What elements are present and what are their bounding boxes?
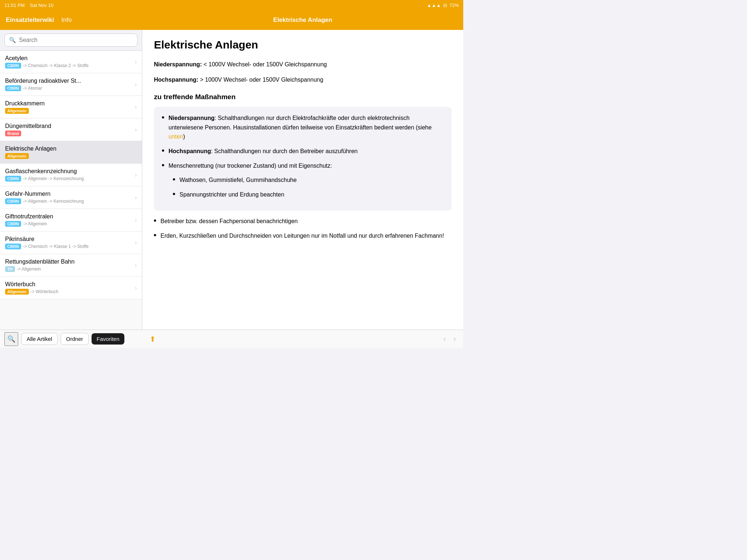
sidebar: 🔍 AcetylenCBRN-> Chemisch -> Klasse 2 ->… xyxy=(0,30,142,330)
battery-icon: ⊟ xyxy=(443,3,447,8)
status-bar: 11:01 PM Sat Nov 10 ▲▲▲ ⊟ 72% xyxy=(0,0,463,10)
sub-bullet-2: Spannungstrichter und Erdung beachten xyxy=(173,190,444,199)
hochspannung-def: Hochspannung: > 1000V Wechsel- oder 1500… xyxy=(154,75,452,85)
bullet-dot-5 xyxy=(154,234,156,236)
chevron-right-icon: › xyxy=(135,240,137,246)
list-item[interactable]: DüngemittelbrandBrand› xyxy=(0,118,142,141)
list-item-title: Pikrinsäure xyxy=(5,236,132,242)
list-item[interactable]: DruckkammernAllgemein› xyxy=(0,96,142,118)
tag-path: -> Allgemein xyxy=(17,267,41,272)
list-item-tags: Allgemein xyxy=(5,153,137,159)
list-item-title: Gefahr-Nummern xyxy=(5,191,132,197)
list-item-title: Düngemittelbrand xyxy=(5,123,132,129)
chevron-right-icon: › xyxy=(135,59,137,65)
tag-label: Allgemein xyxy=(5,108,29,114)
bullet-dot-3 xyxy=(162,164,164,166)
list-item[interactable]: AcetylenCBRN-> Chemisch -> Klasse 2 -> S… xyxy=(0,51,142,73)
tag-label: Allgemein xyxy=(5,289,29,295)
sub-bullet-2-text: Spannungstrichter und Erdung beachten xyxy=(179,190,284,199)
bottom-left: 🔍 Alle Artikel Ordner Favoriten xyxy=(0,332,142,346)
list-item[interactable]: Rettungsdatenblätter BahnTH-> Allgemein› xyxy=(0,254,142,277)
bottom-toolbar: 🔍 Alle Artikel Ordner Favoriten ⬆ ‹ › xyxy=(0,330,463,348)
tag-label: CBRN xyxy=(5,85,21,91)
search-input[interactable] xyxy=(19,37,133,43)
list-item-title: Beförderung radioaktiver St... xyxy=(5,78,132,84)
chevron-right-icon: › xyxy=(135,285,137,291)
list-item[interactable]: GiftnotrufzentralenCBRN-> Allgemein› xyxy=(0,209,142,232)
tag-label: CBRN xyxy=(5,221,21,227)
chevron-right-icon: › xyxy=(135,127,137,133)
list-item-tags: CBRN-> Chemisch -> Klasse 1 -> Stoffe xyxy=(5,244,132,249)
list-item-tags: Brand xyxy=(5,131,132,136)
list-item-tags: CBRN-> Allgemein xyxy=(5,221,132,227)
chevron-right-icon: › xyxy=(135,81,137,88)
list-item[interactable]: Elektrische AnlagenAllgemein xyxy=(0,141,142,164)
content-area: Elektrische Anlagen Niederspannung: < 10… xyxy=(142,30,463,330)
bullet-niederspannung: Niederspannung: Schalthandlungen nur dur… xyxy=(162,113,444,141)
bullet-menschenrettung-text: Menschenrettung (nur trockener Zustand) … xyxy=(169,161,332,171)
list-item[interactable]: GasflaschenkennzeichnungCBRN-> Allgemein… xyxy=(0,164,142,186)
list-item[interactable]: PikrinsäureCBRN-> Chemisch -> Klasse 1 -… xyxy=(0,232,142,254)
list-item-tags: CBRN-> Atomar xyxy=(5,85,132,91)
tag-path: -> Chemisch -> Klasse 2 -> Stoffe xyxy=(23,63,89,68)
bullet-erden-text: Erden, Kurzschließen und Durchschneiden … xyxy=(160,231,444,241)
sub-bullet-dot-2 xyxy=(173,193,175,195)
prev-arrow-button[interactable]: ‹ xyxy=(443,334,446,344)
bullet-niederspannung-text: Niederspannung: Schalthandlungen nur dur… xyxy=(169,113,444,141)
list-item-title: Giftnotrufzentralen xyxy=(5,213,132,220)
tag-path: -> Wörterbuch xyxy=(31,289,58,294)
app-title[interactable]: Einsatzleiterwiki xyxy=(6,16,54,24)
alle-artikel-button[interactable]: Alle Artikel xyxy=(21,333,58,345)
list-item[interactable]: WörterbuchAllgemein-> Wörterbuch› xyxy=(0,277,142,299)
tag-label: CBRN xyxy=(5,244,21,249)
sub-bullet-1: Wathosen, Gummistiefel, Gummihandschuhe xyxy=(173,175,444,185)
list-item[interactable]: Gefahr-NummernCBRN-> Allgemein -> Kennze… xyxy=(0,186,142,209)
bullet-hochspannung: Hochspannung: Schalthandlungen nur durch… xyxy=(162,147,444,156)
tag-path: -> Allgemein -> Kennzeichnung xyxy=(23,199,84,204)
nav-arrows: ‹ › xyxy=(443,334,456,344)
list-item-title: Acetylen xyxy=(5,55,132,62)
nav-bar-left: Einsatzleiterwiki Info xyxy=(6,16,148,24)
measures-box: Niederspannung: Schalthandlungen nur dur… xyxy=(154,107,452,211)
chevron-right-icon: › xyxy=(135,217,137,223)
bullet-betreiber: Betreiber bzw. dessen Fachpersonal benac… xyxy=(154,217,452,226)
list-item-title: Rettungsdatenblätter Bahn xyxy=(5,258,132,265)
next-arrow-button[interactable]: › xyxy=(453,334,456,344)
bullet-dot-2 xyxy=(162,149,164,152)
info-button[interactable]: Info xyxy=(61,16,71,24)
search-icon: 🔍 xyxy=(9,37,16,43)
bullet-betreiber-text: Betreiber bzw. dessen Fachpersonal benac… xyxy=(160,217,298,226)
bullet-hochspannung-text: Hochspannung: Schalthandlungen nur durch… xyxy=(169,147,358,156)
list-item-title: Wörterbuch xyxy=(5,281,132,288)
bottom-search-button[interactable]: 🔍 xyxy=(4,332,18,346)
unten-link[interactable]: unten xyxy=(169,133,183,140)
tag-path: -> Atomar xyxy=(23,86,42,91)
tag-path: -> Chemisch -> Klasse 1 -> Stoffe xyxy=(23,244,89,249)
status-time-date: 11:01 PM Sat Nov 10 xyxy=(4,3,53,8)
nav-bar-page-title: Elektrische Anlagen xyxy=(148,16,457,24)
sub-bullets: Wathosen, Gummistiefel, Gummihandschuhe … xyxy=(173,175,444,199)
favoriten-button[interactable]: Favoriten xyxy=(92,333,125,345)
share-button[interactable]: ⬆ xyxy=(150,335,156,343)
list-item-tags: CBRN-> Allgemein -> Kennzeichnung xyxy=(5,176,132,182)
sidebar-list: AcetylenCBRN-> Chemisch -> Klasse 2 -> S… xyxy=(0,51,142,330)
list-item-title: Gasflaschenkennzeichnung xyxy=(5,168,132,175)
bullet-menschenrettung: Menschenrettung (nur trockener Zustand) … xyxy=(162,161,444,171)
chevron-right-icon: › xyxy=(135,262,137,269)
list-item-tags: Allgemein xyxy=(5,108,132,114)
list-item[interactable]: Beförderung radioaktiver St...CBRN-> Ato… xyxy=(0,73,142,96)
battery-level: 72% xyxy=(449,3,459,8)
bullet-dot-4 xyxy=(154,219,156,222)
ordner-button[interactable]: Ordner xyxy=(61,333,89,345)
list-item-tags: Allgemein-> Wörterbuch xyxy=(5,289,132,295)
tag-label: CBRN xyxy=(5,63,21,69)
search-bar[interactable]: 🔍 xyxy=(4,34,138,47)
list-item-title: Druckkammern xyxy=(5,100,132,107)
sub-bullet-dot-1 xyxy=(173,178,175,180)
tag-label: CBRN xyxy=(5,198,21,204)
bullet-dot xyxy=(162,116,164,118)
chevron-right-icon: › xyxy=(135,172,137,178)
tag-label: CBRN xyxy=(5,176,21,182)
search-container: 🔍 xyxy=(0,30,142,51)
tag-path: -> Allgemein -> Kennzeichnung xyxy=(23,176,84,181)
